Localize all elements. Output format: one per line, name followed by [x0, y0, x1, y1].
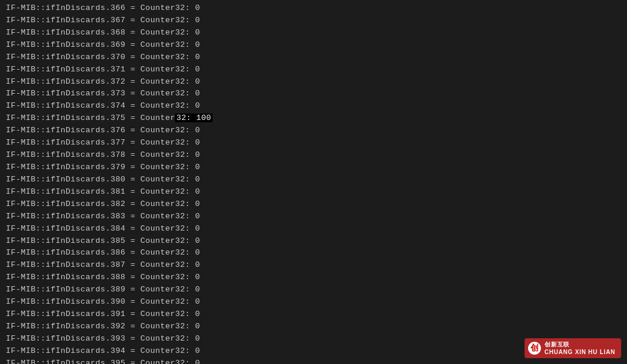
watermark-badge: 创 创新互联 CHUANG XIN HU LIAN [525, 338, 621, 358]
watermark-line1: 创新互联 [544, 341, 615, 348]
terminal-line: IF-MIB::ifInDiscards.381 = Counter32: 0 [6, 186, 621, 198]
terminal-line: IF-MIB::ifInDiscards.387 = Counter32: 0 [6, 259, 621, 272]
terminal-line: IF-MIB::ifInDiscards.385 = Counter32: 0 [6, 235, 621, 248]
terminal-line: IF-MIB::ifInDiscards.369 = Counter32: 0 [6, 39, 621, 51]
terminal-line: IF-MIB::ifInDiscards.382 = Counter32: 0 [6, 198, 621, 211]
terminal-line: IF-MIB::ifInDiscards.373 = Counter32: 0 [6, 88, 621, 100]
terminal-line: IF-MIB::ifInDiscards.380 = Counter32: 0 [6, 174, 621, 186]
terminal-line: IF-MIB::ifInDiscards.391 = Counter32: 0 [6, 308, 621, 321]
terminal-line: IF-MIB::ifInDiscards.389 = Counter32: 0 [6, 284, 621, 296]
terminal-line: IF-MIB::ifInDiscards.377 = Counter32: 0 [6, 137, 621, 149]
terminal-line: IF-MIB::ifInDiscards.376 = Counter32: 0 [6, 125, 621, 137]
terminal-line: IF-MIB::ifInDiscards.372 = Counter32: 0 [6, 76, 621, 88]
terminal-line: IF-MIB::ifInDiscards.386 = Counter32: 0 [6, 247, 621, 259]
terminal-line: IF-MIB::ifInDiscards.388 = Counter32: 0 [6, 272, 621, 284]
terminal-window: IF-MIB::ifInDiscards.366 = Counter32: 0I… [0, 0, 627, 364]
terminal-line: IF-MIB::ifInDiscards.370 = Counter32: 0 [6, 51, 621, 64]
terminal-line: IF-MIB::ifInDiscards.368 = Counter32: 0 [6, 27, 621, 39]
terminal-line: IF-MIB::ifInDiscards.367 = Counter32: 0 [6, 15, 621, 27]
highlighted-value: 32: 100 [175, 114, 213, 122]
terminal-line: IF-MIB::ifInDiscards.392 = Counter32: 0 [6, 321, 621, 333]
terminal-output: IF-MIB::ifInDiscards.366 = Counter32: 0I… [6, 2, 621, 364]
terminal-line: IF-MIB::ifInDiscards.390 = Counter32: 0 [6, 296, 621, 308]
terminal-line: IF-MIB::ifInDiscards.366 = Counter32: 0 [6, 2, 621, 15]
terminal-line: IF-MIB::ifInDiscards.375 = Counter32: 10… [6, 112, 621, 125]
watermark-line2: CHUANG XIN HU LIAN [544, 348, 615, 356]
terminal-line: IF-MIB::ifInDiscards.371 = Counter32: 0 [6, 64, 621, 76]
terminal-line: IF-MIB::ifInDiscards.395 = Counter32: 0 [6, 358, 621, 364]
terminal-line: IF-MIB::ifInDiscards.383 = Counter32: 0 [6, 211, 621, 223]
terminal-line: IF-MIB::ifInDiscards.384 = Counter32: 0 [6, 223, 621, 235]
watermark-icon: 创 [528, 342, 541, 355]
terminal-line: IF-MIB::ifInDiscards.378 = Counter32: 0 [6, 149, 621, 162]
terminal-line: IF-MIB::ifInDiscards.374 = Counter32: 0 [6, 100, 621, 112]
terminal-line: IF-MIB::ifInDiscards.379 = Counter32: 0 [6, 162, 621, 174]
watermark-text: 创新互联 CHUANG XIN HU LIAN [544, 341, 615, 356]
